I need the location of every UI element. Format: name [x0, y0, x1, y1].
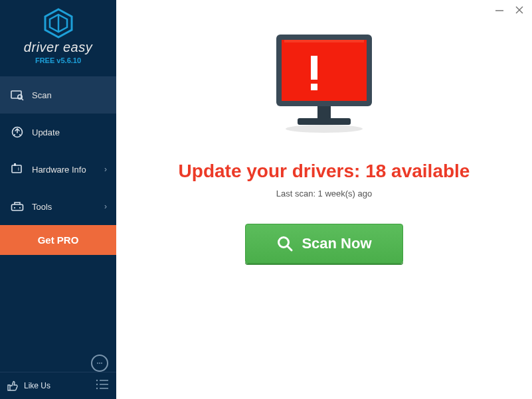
- like-us-label: Like Us: [24, 381, 50, 390]
- svg-point-34: [286, 125, 363, 133]
- search-icon: [276, 235, 294, 252]
- sidebar: driver easy FREE v5.6.10 Scan: [0, 0, 116, 399]
- last-scan-text: Last scan: 1 week(s) ago: [276, 189, 373, 199]
- hardware-icon: i: [11, 163, 24, 176]
- svg-point-15: [97, 362, 98, 364]
- scan-now-button[interactable]: Scan Now: [245, 224, 402, 264]
- chevron-right-icon: ›: [104, 202, 107, 211]
- minimize-button[interactable]: [495, 4, 504, 18]
- sidebar-item-update[interactable]: Update: [0, 114, 116, 151]
- sidebar-item-tools[interactable]: Tools ›: [0, 188, 116, 225]
- headline: Update your drivers: 18 available: [179, 161, 470, 182]
- scan-now-label: Scan Now: [302, 235, 371, 252]
- feedback-button[interactable]: [91, 355, 108, 372]
- tools-icon: [11, 200, 24, 213]
- svg-rect-12: [12, 204, 23, 210]
- svg-point-8: [19, 134, 21, 135]
- svg-rect-9: [12, 165, 21, 173]
- window-controls: [495, 4, 524, 18]
- chevron-right-icon: ›: [104, 165, 107, 174]
- like-us-button[interactable]: Like Us: [7, 380, 50, 392]
- svg-rect-10: [14, 163, 16, 166]
- sidebar-bottom: Like Us: [0, 372, 116, 399]
- close-button[interactable]: [515, 4, 524, 18]
- svg-point-7: [14, 134, 15, 135]
- sidebar-item-hardware-info[interactable]: i Hardware Info ›: [0, 151, 116, 188]
- svg-point-16: [99, 362, 100, 364]
- logo-section: driver easy FREE v5.6.10: [0, 0, 116, 70]
- svg-text:i: i: [18, 166, 19, 172]
- sidebar-item-label: Tools: [32, 202, 52, 212]
- svg-rect-28: [282, 40, 367, 101]
- alert-monitor-illustration: [264, 28, 384, 143]
- feedback-row: [0, 352, 116, 372]
- close-icon: [515, 5, 524, 15]
- update-icon: [11, 125, 24, 139]
- minimize-icon: [495, 5, 504, 15]
- svg-point-20: [96, 384, 98, 385]
- chat-icon: [95, 359, 104, 368]
- svg-point-17: [101, 362, 102, 364]
- get-pro-label: Get PRO: [38, 234, 79, 246]
- app-name: driver easy: [0, 40, 116, 55]
- list-icon: [95, 378, 110, 391]
- thumbs-up-icon: [7, 380, 19, 392]
- svg-line-5: [21, 98, 23, 100]
- svg-line-36: [288, 246, 292, 250]
- nav-list: Scan Update i Hardware Inf: [0, 76, 116, 225]
- sidebar-item-label: Update: [32, 127, 60, 137]
- menu-button[interactable]: [95, 378, 110, 394]
- main-panel: Update your drivers: 18 available Last s…: [116, 0, 532, 399]
- app-version: FREE v5.6.10: [0, 56, 116, 64]
- scan-icon: [11, 88, 24, 102]
- sidebar-item-scan[interactable]: Scan: [0, 76, 116, 114]
- sidebar-item-label: Scan: [32, 90, 52, 100]
- svg-point-22: [96, 388, 98, 389]
- sidebar-item-label: Hardware Info: [32, 165, 86, 175]
- svg-rect-32: [317, 106, 331, 120]
- svg-rect-30: [311, 56, 317, 80]
- content: Update your drivers: 18 available Last s…: [116, 0, 532, 264]
- svg-point-18: [96, 380, 98, 381]
- get-pro-button[interactable]: Get PRO: [0, 225, 116, 255]
- svg-rect-33: [298, 118, 351, 125]
- svg-rect-29: [284, 40, 364, 42]
- svg-rect-31: [311, 84, 317, 90]
- app-logo-icon: [42, 8, 75, 39]
